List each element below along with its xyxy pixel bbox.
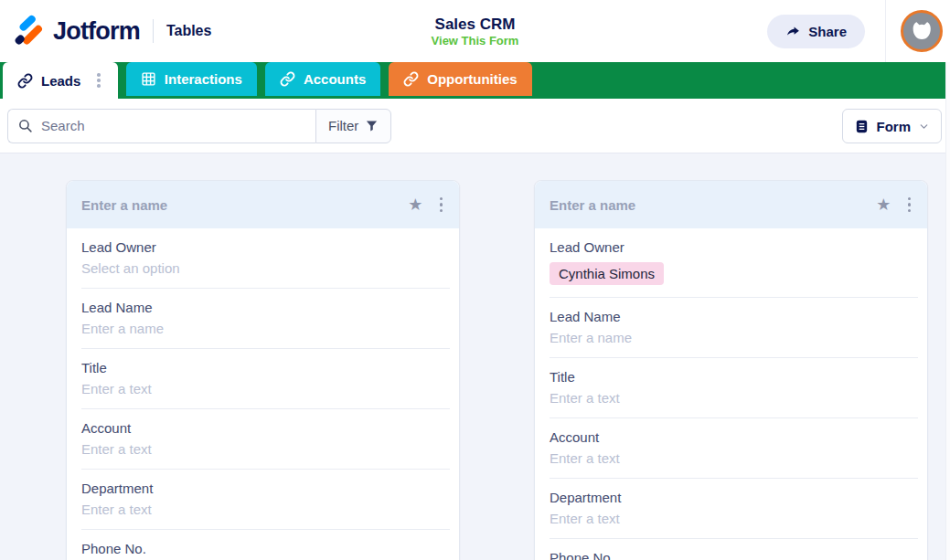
product-name: Tables [166,23,212,39]
tab-leads[interactable]: Leads [3,62,118,99]
tab-label: Leads [41,73,80,89]
field-placeholder: Enter a text [81,502,450,517]
brand-divider [153,19,154,43]
search-group: Filter [7,109,391,143]
star-icon[interactable]: ★ [408,196,422,213]
field-label: Lead Name [550,309,918,324]
page-title: Sales CRM [432,15,519,34]
star-icon[interactable]: ★ [876,196,891,213]
brand-area: Jotform Tables [13,15,211,48]
tab-menu-kebab-icon[interactable] [94,70,103,90]
field-placeholder: Enter a text [550,511,918,526]
card-title-placeholder: Enter a name [550,197,876,213]
lead-owner-chip[interactable]: Cynthia Simons [550,262,664,285]
field-placeholder: Enter a name [81,321,450,336]
field-lead-owner[interactable]: Lead Owner Cynthia Simons [550,228,918,298]
field-label: Phone No. [550,550,918,560]
sheet-title-block: Sales CRM View This Form [432,15,519,48]
field-label: Lead Name [81,300,450,315]
search-box [7,109,315,143]
view-this-form-link[interactable]: View This Form [432,34,519,48]
avatar-wrap [886,10,950,52]
field-placeholder: Enter a text [550,450,918,466]
grid-icon [141,71,156,87]
chevron-down-icon [918,121,930,132]
field-title[interactable]: Title Enter a text [550,358,918,418]
search-icon [17,118,33,133]
user-avatar[interactable] [901,10,943,52]
share-button-label: Share [808,24,847,39]
brand-name[interactable]: Jotform [53,17,140,46]
field-label: Account [550,429,918,445]
field-lead-name[interactable]: Lead Name Enter a name [81,289,450,349]
field-placeholder: Enter a name [550,330,918,345]
jotform-logo-icon[interactable] [13,15,46,48]
form-doc-icon [854,119,870,134]
share-arrow-icon [785,24,801,39]
form-view-dropdown[interactable]: Form [842,109,943,143]
lead-card-1[interactable]: Enter a name ★ Lead Owner Select an opti… [66,180,460,560]
search-input[interactable] [7,109,315,143]
lead-card-2[interactable]: Enter a name ★ Lead Owner Cynthia Simons… [534,180,928,560]
link-icon [403,71,419,87]
field-placeholder: Enter a text [81,441,450,457]
link-icon [280,71,295,87]
field-department[interactable]: Department Enter a text [550,479,918,539]
field-label: Phone No. [81,541,450,556]
field-label: Department [550,490,918,505]
tab-label: Interactions [165,71,242,87]
tab-accounts[interactable]: Accounts [265,62,380,96]
card-title-placeholder: Enter a name [81,197,408,213]
avatar-mascot-icon [906,16,937,47]
filter-button-label: Filter [328,118,358,133]
card-menu-kebab-icon[interactable] [904,194,915,217]
link-icon [17,73,33,89]
card-header: Enter a name ★ [67,181,459,228]
field-account[interactable]: Account Enter a text [550,418,918,479]
share-button[interactable]: Share [767,15,865,48]
toolbar: Filter Form [0,99,950,153]
header-right: Share [767,0,950,62]
cards-area: Enter a name ★ Lead Owner Select an opti… [0,153,950,560]
field-account[interactable]: Account Enter a text [81,409,450,470]
tab-interactions[interactable]: Interactions [126,62,257,96]
field-placeholder: Enter a text [550,390,918,406]
field-label: Lead Owner [550,239,918,255]
tab-label: Opportunities [427,71,517,87]
field-phone-no[interactable]: Phone No. Enter a phone number [81,530,450,560]
field-label: Account [81,420,450,436]
field-phone-no[interactable]: Phone No. Enter a phone number [550,539,918,560]
field-placeholder: Enter a text [81,381,450,396]
field-department[interactable]: Department Enter a text [81,470,450,530]
tab-label: Accounts [304,71,366,87]
table-tabs-bar: Leads Interactions Accounts Opportunitie… [0,62,950,99]
field-label: Department [81,481,450,496]
card-menu-kebab-icon[interactable] [436,194,447,217]
field-label: Lead Owner [81,239,450,255]
vertical-scrollbar-track[interactable] [945,62,950,560]
filter-funnel-icon [365,119,379,132]
form-view-label: Form [877,119,912,134]
app-header: Jotform Tables Sales CRM View This Form … [0,0,950,62]
field-title[interactable]: Title Enter a text [81,349,450,409]
field-lead-name[interactable]: Lead Name Enter a name [550,298,918,358]
field-lead-owner[interactable]: Lead Owner Select an option [81,228,450,289]
field-label: Title [81,360,450,375]
field-placeholder: Select an option [81,260,450,276]
tab-opportunities[interactable]: Opportunities [389,62,531,96]
filter-button[interactable]: Filter [315,109,391,143]
field-label: Title [550,369,918,385]
card-header: Enter a name ★ [535,181,927,228]
